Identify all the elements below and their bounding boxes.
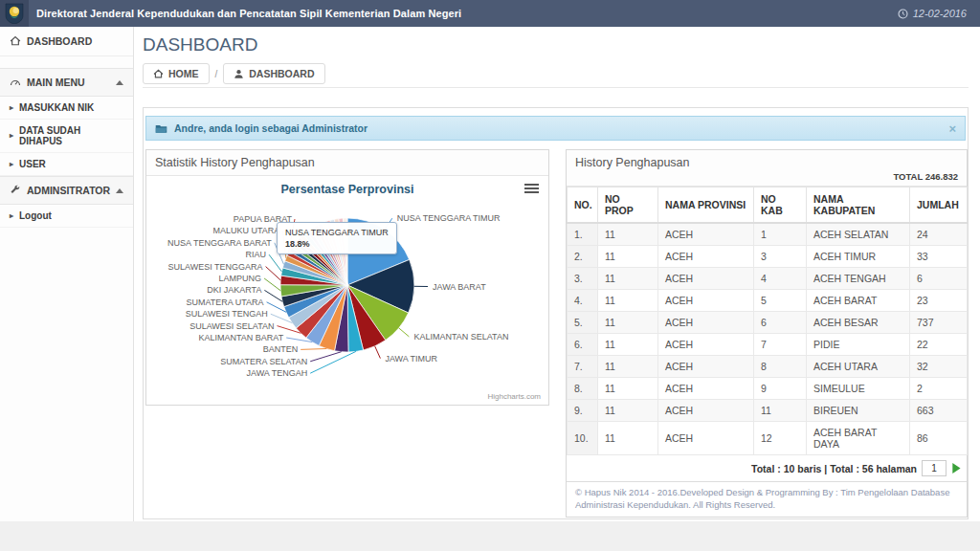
- table-cell: 2.: [568, 246, 598, 268]
- sidebar-item-user[interactable]: ▸USER: [0, 153, 133, 176]
- gauge-icon: [10, 77, 21, 88]
- page-title: DASHBOARD: [143, 34, 257, 55]
- sidebar-item-label: ADMINSITRATOR: [27, 185, 110, 196]
- table-cell: ACEH BARAT DAYA: [807, 422, 910, 455]
- pie-label: KALIMANTAN SELATAN: [413, 332, 508, 342]
- copyright-footer: © Hapus Nik 2014 - 2016.Developed Design…: [567, 481, 967, 517]
- main-content: DASHBOARD HOME / DASHBOARD: [135, 27, 980, 521]
- table-cell: ACEH TENGAH: [807, 268, 910, 290]
- table-cell: ACEH TIMUR: [807, 246, 910, 268]
- table-cell: 11: [598, 356, 658, 378]
- tooltip-value: 18.8%: [285, 239, 389, 249]
- pie-label: LAMPUNG: [219, 274, 262, 283]
- tooltip-series-name: NUSA TENGGARA TIMUR: [285, 228, 389, 237]
- pie-chart-area: Persentase Perprovinsi NUSA TENGGARA TIM…: [146, 176, 548, 406]
- table-cell: ACEH BESAR: [807, 312, 910, 334]
- column-header-jumlah: JUMLAH: [910, 187, 968, 224]
- home-icon: [10, 35, 21, 47]
- pie-label: MALUKU UTARA: [212, 226, 279, 235]
- table-row: 1.11ACEH1ACEH SELATAN24: [568, 223, 968, 246]
- table-cell: ACEH BARAT: [807, 290, 910, 312]
- table-row: 3.11ACEH4ACEH TENGAH6: [568, 268, 968, 290]
- table-cell: 12: [754, 422, 807, 455]
- table-cell: 3.: [568, 268, 598, 290]
- table-cell: ACEH: [658, 356, 754, 378]
- table-cell: 32: [910, 356, 968, 378]
- breadcrumb: HOME / DASHBOARD: [143, 63, 325, 84]
- table-cell: 11: [598, 378, 658, 400]
- column-header-no-: NO.: [568, 187, 598, 224]
- table-cell: ACEH: [658, 422, 754, 455]
- statistics-panel-title: Statistik History Penghapusan: [155, 156, 315, 169]
- breadcrumb-home-button[interactable]: HOME: [143, 63, 210, 84]
- sidebar-item-label: MAIN MENU: [27, 77, 85, 88]
- pie-label: RIAU: [246, 250, 267, 259]
- table-cell: 1: [754, 223, 807, 246]
- kemendagri-emblem-icon: [5, 3, 24, 24]
- caret-right-icon: ▸: [10, 132, 13, 140]
- sidebar-item-logout[interactable]: ▸Logout: [0, 205, 133, 228]
- pie-label: SULAWESI TENGAH: [186, 309, 268, 319]
- table-cell: 5.: [568, 312, 598, 334]
- table-row: 10.11ACEH12ACEH BARAT DAYA86: [568, 422, 968, 455]
- pie-label: SUMATERA UTARA: [186, 298, 263, 307]
- table-row: 8.11ACEH9SIMEULUE2: [568, 378, 968, 400]
- table-cell: 7.: [568, 356, 598, 378]
- table-row: 9.11ACEH11BIREUEN663: [568, 400, 968, 422]
- app-title: Direktorat Jenderal Kependudukan dan Pen…: [29, 8, 461, 19]
- pie-label: KALIMANTAN BARAT: [199, 333, 284, 342]
- caret-right-icon: ▸: [10, 161, 13, 168]
- table-cell: 24: [910, 223, 968, 246]
- sidebar-item-masukkan-nik[interactable]: ▸MASUKKAN NIK: [0, 97, 133, 120]
- sidebar: DASHBOARDMAIN MENU▸MASUKKAN NIK▸DATA SUD…: [0, 27, 134, 521]
- sidebar-item-label: DATA SUDAH DIHAPUS: [19, 125, 123, 146]
- content-container: Andre, anda login sebagai Administrator …: [143, 107, 969, 519]
- current-date: 12-02-2016: [913, 8, 967, 19]
- sidebar-item-label: MASUKKAN NIK: [19, 102, 94, 113]
- table-cell: 11: [598, 223, 658, 246]
- application-window: Direktorat Jenderal Kependudukan dan Pen…: [0, 0, 980, 521]
- page-number-input[interactable]: [922, 460, 947, 476]
- history-panel-header: History Penghapusan TOTAL 246.832: [567, 150, 967, 187]
- home-icon: [153, 69, 164, 79]
- chart-menu-icon[interactable]: [524, 184, 539, 195]
- breadcrumb-dashboard-button[interactable]: DASHBOARD: [223, 63, 324, 84]
- caret-right-icon: ▸: [10, 104, 13, 112]
- sidebar-item-data-sudah-dihapus[interactable]: ▸DATA SUDAH DIHAPUS: [0, 120, 133, 153]
- breadcrumb-separator: /: [215, 69, 218, 79]
- close-icon[interactable]: ×: [948, 122, 956, 135]
- table-cell: ACEH SELATAN: [807, 223, 910, 246]
- table-row: 6.11ACEH7PIDIE22: [568, 334, 968, 356]
- caret-right-icon: ▸: [10, 212, 13, 220]
- table-cell: 8.: [568, 378, 598, 400]
- next-page-icon[interactable]: [951, 463, 961, 474]
- table-cell: 11: [598, 246, 658, 268]
- table-header-row: NO.NO PROPNAMA PROVINSINO KABNAMA KABUPA…: [568, 187, 968, 224]
- table-cell: 33: [910, 246, 968, 268]
- app-logo: [0, 0, 29, 27]
- table-cell: 5: [754, 290, 807, 312]
- chevron-up-icon: [116, 80, 123, 85]
- table-cell: ACEH UTARA: [807, 356, 910, 378]
- table-cell: 11: [598, 290, 658, 312]
- table-cell: 2: [910, 378, 968, 400]
- pie-label: SUMATERA SELATAN: [220, 357, 307, 366]
- table-cell: 11: [598, 400, 658, 422]
- table-cell: PIDIE: [807, 334, 910, 356]
- pie-label: NUSA TENGGARA TIMUR: [397, 213, 501, 223]
- table-cell: ACEH: [658, 400, 754, 422]
- breadcrumb-home-label: HOME: [168, 68, 199, 79]
- pie-label: SULAWESI SELATAN: [189, 321, 274, 331]
- pie-label: SULAWESI TENGGARA: [168, 262, 263, 272]
- statistics-panel: Statistik History Penghapusan Persentase…: [145, 149, 549, 406]
- sidebar-item-dashboard[interactable]: DASHBOARD: [0, 27, 133, 56]
- sidebar-item-adminsitrator[interactable]: ADMINSITRATOR: [0, 176, 133, 205]
- table-cell: ACEH: [658, 246, 754, 268]
- total-badge: TOTAL 246.832: [893, 171, 958, 182]
- table-cell: 737: [910, 312, 968, 334]
- history-panel: History Penghapusan TOTAL 246.832 NO.NO …: [566, 149, 968, 518]
- sidebar-item-main-menu[interactable]: MAIN MENU: [0, 68, 133, 97]
- login-alert-text: Andre, anda login sebagai Administrator: [174, 122, 368, 134]
- table-cell: BIREUEN: [807, 400, 910, 422]
- table-cell: SIMEULUE: [807, 378, 910, 400]
